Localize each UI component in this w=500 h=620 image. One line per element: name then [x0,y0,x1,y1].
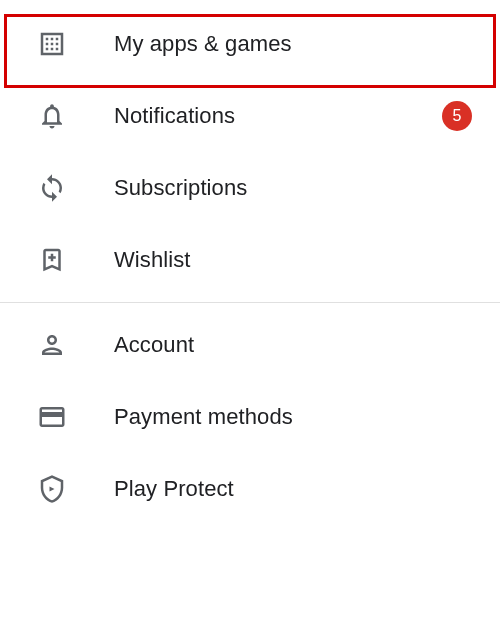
credit-card-icon [34,399,70,435]
menu-item-subscriptions[interactable]: Subscriptions [0,152,500,224]
shield-play-icon [34,471,70,507]
notification-badge: 5 [442,101,472,131]
menu-item-play-protect[interactable]: Play Protect [0,453,500,525]
menu-item-payment-methods[interactable]: Payment methods [0,381,500,453]
menu-item-label: Account [114,332,194,358]
sync-icon [34,170,70,206]
person-icon [34,327,70,363]
menu-item-wishlist[interactable]: Wishlist [0,224,500,296]
menu-item-notifications[interactable]: Notifications 5 [0,80,500,152]
bookmark-plus-icon [34,242,70,278]
menu-item-account[interactable]: Account [0,309,500,381]
menu-divider [0,302,500,303]
menu-item-label: Payment methods [114,404,293,430]
menu-item-label: Subscriptions [114,175,247,201]
navigation-drawer: My apps & games Notifications 5 Subscrip… [0,0,500,525]
menu-item-label: Wishlist [114,247,191,273]
menu-item-label: My apps & games [114,31,292,57]
menu-item-my-apps-games[interactable]: My apps & games [0,8,500,80]
menu-item-label: Notifications [114,103,235,129]
bell-icon [34,98,70,134]
apps-grid-icon [34,26,70,62]
menu-item-label: Play Protect [114,476,234,502]
